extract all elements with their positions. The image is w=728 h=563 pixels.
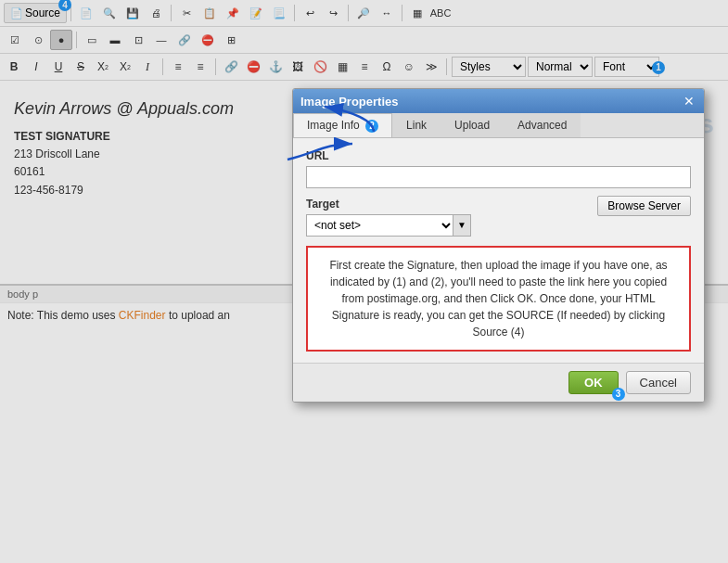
target-dropdown-icon: ▼ bbox=[453, 214, 471, 237]
tab-link[interactable]: Link bbox=[392, 113, 441, 137]
editor-wrapper: 📄 Source 4 📄 🔍 💾 🖨 ✂ 📋 📌 📝 📃 ↩ ↪ 🔎 ↔ ▦ A… bbox=[0, 0, 728, 563]
dialog-title: Image Properties bbox=[300, 95, 399, 109]
tab-upload[interactable]: Upload bbox=[441, 113, 504, 137]
dialog-tabs: Image Info 2 Link Upload Advanced bbox=[293, 113, 704, 138]
url-field-group: URL Browse Server bbox=[306, 149, 691, 188]
badge-3: 3 bbox=[612, 388, 625, 401]
instruction-box: First create the Signature, then upload … bbox=[306, 246, 691, 352]
tab-advanced[interactable]: Advanced bbox=[504, 113, 581, 137]
badge-2: 2 bbox=[365, 120, 378, 133]
browse-server-button[interactable]: Browse Server bbox=[597, 196, 691, 216]
target-select[interactable]: <not set> bbox=[306, 214, 454, 237]
tab-image-info[interactable]: Image Info 2 bbox=[293, 113, 392, 137]
instruction-text: First create the Signature, then upload … bbox=[319, 257, 678, 340]
dialog-body: URL Browse Server Target <not set> ▼ Fir… bbox=[293, 138, 704, 363]
ok-label: OK bbox=[584, 376, 603, 390]
dialog-footer: OK 3 Cancel bbox=[293, 363, 704, 402]
url-input[interactable] bbox=[306, 166, 691, 188]
dialog-titlebar: Image Properties ✕ bbox=[293, 89, 704, 113]
url-label: URL bbox=[306, 149, 691, 162]
ok-button[interactable]: OK 3 bbox=[568, 371, 619, 394]
dialog-close-button[interactable]: ✕ bbox=[682, 94, 696, 109]
image-properties-dialog: Image Properties ✕ Image Info 2 Link Upl… bbox=[292, 88, 705, 403]
cancel-button[interactable]: Cancel bbox=[626, 371, 691, 394]
